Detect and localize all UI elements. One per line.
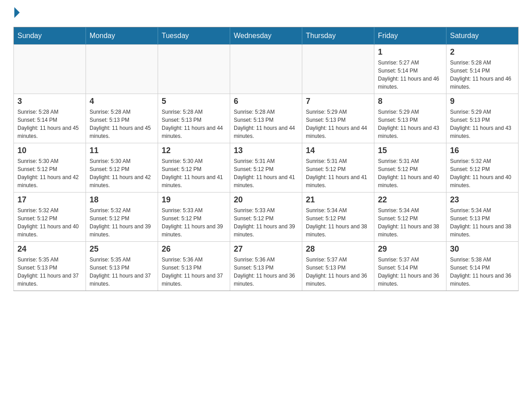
week-row-0: 1Sunrise: 5:27 AM Sunset: 5:14 PM Daylig… (14, 45, 519, 94)
calendar-cell: 30Sunrise: 5:38 AM Sunset: 5:14 PM Dayli… (446, 242, 519, 291)
day-number: 2 (450, 47, 515, 57)
calendar-cell: 21Sunrise: 5:34 AM Sunset: 5:12 PM Dayli… (302, 193, 374, 242)
calendar-cell: 4Sunrise: 5:28 AM Sunset: 5:13 PM Daylig… (86, 94, 158, 143)
day-info: Sunrise: 5:28 AM Sunset: 5:14 PM Dayligh… (17, 108, 82, 140)
col-saturday: Saturday (446, 27, 519, 45)
day-info: Sunrise: 5:28 AM Sunset: 5:13 PM Dayligh… (234, 108, 298, 140)
calendar-cell: 28Sunrise: 5:37 AM Sunset: 5:13 PM Dayli… (302, 242, 374, 291)
day-info: Sunrise: 5:37 AM Sunset: 5:14 PM Dayligh… (378, 256, 442, 288)
calendar-cell: 7Sunrise: 5:29 AM Sunset: 5:13 PM Daylig… (302, 94, 374, 143)
day-info: Sunrise: 5:32 AM Sunset: 5:12 PM Dayligh… (17, 206, 82, 239)
logo (13, 9, 20, 18)
day-info: Sunrise: 5:37 AM Sunset: 5:13 PM Dayligh… (306, 256, 370, 288)
calendar-cell: 23Sunrise: 5:34 AM Sunset: 5:13 PM Dayli… (446, 193, 519, 242)
col-thursday: Thursday (302, 27, 374, 45)
day-info: Sunrise: 5:31 AM Sunset: 5:12 PM Dayligh… (306, 157, 370, 189)
calendar-cell: 16Sunrise: 5:32 AM Sunset: 5:12 PM Dayli… (446, 143, 519, 193)
calendar-cell: 26Sunrise: 5:36 AM Sunset: 5:13 PM Dayli… (158, 242, 230, 291)
day-info: Sunrise: 5:34 AM Sunset: 5:13 PM Dayligh… (450, 206, 515, 239)
col-wednesday: Wednesday (230, 27, 302, 45)
day-number: 10 (17, 146, 82, 155)
day-number: 12 (162, 146, 226, 155)
day-info: Sunrise: 5:28 AM Sunset: 5:13 PM Dayligh… (90, 108, 154, 140)
day-info: Sunrise: 5:28 AM Sunset: 5:14 PM Dayligh… (450, 59, 515, 91)
day-number: 27 (234, 244, 298, 254)
calendar-cell: 10Sunrise: 5:30 AM Sunset: 5:12 PM Dayli… (14, 143, 86, 193)
day-info: Sunrise: 5:38 AM Sunset: 5:14 PM Dayligh… (450, 256, 515, 288)
calendar-cell: 3Sunrise: 5:28 AM Sunset: 5:14 PM Daylig… (14, 94, 86, 143)
week-row-3: 17Sunrise: 5:32 AM Sunset: 5:12 PM Dayli… (14, 193, 519, 242)
day-number: 1 (378, 47, 442, 57)
day-number: 11 (90, 146, 154, 155)
calendar-cell: 22Sunrise: 5:34 AM Sunset: 5:12 PM Dayli… (374, 193, 446, 242)
day-number: 13 (234, 146, 298, 155)
calendar-cell: 27Sunrise: 5:36 AM Sunset: 5:13 PM Dayli… (230, 242, 302, 291)
day-number: 19 (162, 195, 226, 205)
day-number: 8 (378, 97, 442, 106)
col-tuesday: Tuesday (158, 27, 230, 45)
day-info: Sunrise: 5:35 AM Sunset: 5:13 PM Dayligh… (17, 256, 82, 288)
day-number: 4 (90, 97, 154, 106)
day-number: 14 (306, 146, 370, 155)
calendar-cell: 29Sunrise: 5:37 AM Sunset: 5:14 PM Dayli… (374, 242, 446, 291)
day-info: Sunrise: 5:27 AM Sunset: 5:14 PM Dayligh… (378, 59, 442, 91)
day-info: Sunrise: 5:32 AM Sunset: 5:12 PM Dayligh… (450, 157, 515, 189)
days-of-week-row: Sunday Monday Tuesday Wednesday Thursday… (14, 27, 519, 45)
page-header (13, 9, 519, 18)
day-number: 15 (378, 146, 442, 155)
calendar-cell (302, 45, 374, 94)
calendar-cell: 20Sunrise: 5:33 AM Sunset: 5:12 PM Dayli… (230, 193, 302, 242)
week-row-4: 24Sunrise: 5:35 AM Sunset: 5:13 PM Dayli… (14, 242, 519, 291)
day-number: 30 (450, 244, 515, 254)
calendar-cell (158, 45, 230, 94)
day-info: Sunrise: 5:34 AM Sunset: 5:12 PM Dayligh… (306, 206, 370, 239)
day-number: 28 (306, 244, 370, 254)
day-number: 29 (378, 244, 442, 254)
week-row-2: 10Sunrise: 5:30 AM Sunset: 5:12 PM Dayli… (14, 143, 519, 193)
day-info: Sunrise: 5:36 AM Sunset: 5:13 PM Dayligh… (162, 256, 226, 288)
calendar-cell (86, 45, 158, 94)
day-number: 26 (162, 244, 226, 254)
day-info: Sunrise: 5:33 AM Sunset: 5:12 PM Dayligh… (234, 206, 298, 239)
calendar-cell: 6Sunrise: 5:28 AM Sunset: 5:13 PM Daylig… (230, 94, 302, 143)
calendar-cell: 25Sunrise: 5:35 AM Sunset: 5:13 PM Dayli… (86, 242, 158, 291)
day-number: 3 (17, 97, 82, 106)
day-info: Sunrise: 5:29 AM Sunset: 5:13 PM Dayligh… (306, 108, 370, 140)
calendar-cell: 18Sunrise: 5:32 AM Sunset: 5:12 PM Dayli… (86, 193, 158, 242)
day-number: 25 (90, 244, 154, 254)
day-info: Sunrise: 5:36 AM Sunset: 5:13 PM Dayligh… (234, 256, 298, 288)
calendar-cell: 14Sunrise: 5:31 AM Sunset: 5:12 PM Dayli… (302, 143, 374, 193)
calendar-cell: 13Sunrise: 5:31 AM Sunset: 5:12 PM Dayli… (230, 143, 302, 193)
calendar-cell: 8Sunrise: 5:29 AM Sunset: 5:13 PM Daylig… (374, 94, 446, 143)
day-number: 6 (234, 97, 298, 106)
calendar-cell: 19Sunrise: 5:33 AM Sunset: 5:12 PM Dayli… (158, 193, 230, 242)
day-info: Sunrise: 5:31 AM Sunset: 5:12 PM Dayligh… (234, 157, 298, 189)
day-number: 7 (306, 97, 370, 106)
calendar-cell: 11Sunrise: 5:30 AM Sunset: 5:12 PM Dayli… (86, 143, 158, 193)
day-number: 16 (450, 146, 515, 155)
calendar-cell: 9Sunrise: 5:29 AM Sunset: 5:13 PM Daylig… (446, 94, 519, 143)
calendar-table: Sunday Monday Tuesday Wednesday Thursday… (13, 27, 519, 291)
calendar-cell: 24Sunrise: 5:35 AM Sunset: 5:13 PM Dayli… (14, 242, 86, 291)
day-info: Sunrise: 5:30 AM Sunset: 5:12 PM Dayligh… (162, 157, 226, 189)
calendar-cell: 12Sunrise: 5:30 AM Sunset: 5:12 PM Dayli… (158, 143, 230, 193)
day-info: Sunrise: 5:34 AM Sunset: 5:12 PM Dayligh… (378, 206, 442, 239)
calendar-cell: 17Sunrise: 5:32 AM Sunset: 5:12 PM Dayli… (14, 193, 86, 242)
day-info: Sunrise: 5:32 AM Sunset: 5:12 PM Dayligh… (90, 206, 154, 239)
calendar-cell (230, 45, 302, 94)
day-number: 9 (450, 97, 515, 106)
day-number: 17 (17, 195, 82, 205)
day-info: Sunrise: 5:29 AM Sunset: 5:13 PM Dayligh… (378, 108, 442, 140)
day-number: 18 (90, 195, 154, 205)
col-monday: Monday (86, 27, 158, 45)
col-friday: Friday (374, 27, 446, 45)
day-number: 20 (234, 195, 298, 205)
day-info: Sunrise: 5:28 AM Sunset: 5:13 PM Dayligh… (162, 108, 226, 140)
week-row-1: 3Sunrise: 5:28 AM Sunset: 5:14 PM Daylig… (14, 94, 519, 143)
day-info: Sunrise: 5:31 AM Sunset: 5:12 PM Dayligh… (378, 157, 442, 189)
calendar-cell (14, 45, 86, 94)
calendar-cell: 15Sunrise: 5:31 AM Sunset: 5:12 PM Dayli… (374, 143, 446, 193)
calendar-cell: 2Sunrise: 5:28 AM Sunset: 5:14 PM Daylig… (446, 45, 519, 94)
day-info: Sunrise: 5:35 AM Sunset: 5:13 PM Dayligh… (90, 256, 154, 288)
day-number: 21 (306, 195, 370, 205)
